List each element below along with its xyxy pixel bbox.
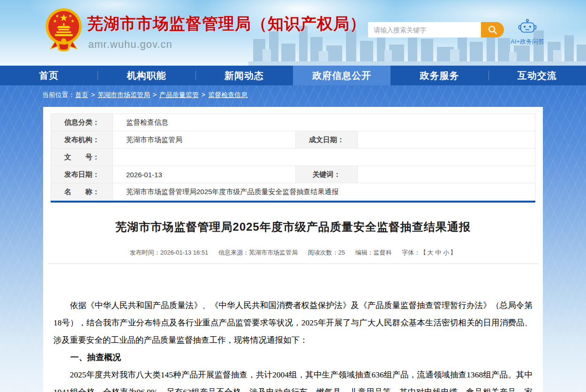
publish-time: 发布时间：2026-01-13 16:51 (130, 249, 209, 256)
doc-number-value (113, 149, 535, 166)
nav-item-functions[interactable]: 机构职能 (98, 66, 195, 85)
breadcrumb-separator: > (89, 91, 97, 98)
font-size-label: 字体： (402, 249, 420, 256)
search-input[interactable] (368, 22, 481, 38)
doc-number-label: 文 号： (51, 149, 113, 166)
document-info-table: 信息分类： 监督检查信息 发布机构： 芜湖市市场监管局 成文日期： 文 号： 发… (51, 113, 535, 201)
nav-label: 互动交流 (518, 69, 557, 82)
font-size-large-button[interactable]: 大 (427, 249, 433, 256)
table-bottom-rule (51, 201, 535, 203)
table-row: 发布机构： 芜湖市市场监管局 成文日期： (51, 131, 535, 149)
page-background: 当前位置：首页 > 芜湖市市场监管局 > 产品质量监管 > 监督检查信息 信息分… (0, 85, 586, 392)
nav-label: 政府信息公开 (312, 69, 371, 82)
table-row: 名 称： 芜湖市市场监督管理局2025年度市级产品质量安全监督抽查结果通报 (51, 183, 535, 201)
site-url: amr.wuhu.gov.cn (88, 38, 173, 51)
breadcrumb-separator: > (200, 91, 207, 98)
search-icon (488, 25, 498, 35)
written-date-label: 成文日期： (296, 131, 358, 149)
publish-org-label: 发布机构： (51, 131, 113, 149)
written-date-value (358, 131, 535, 149)
table-row: 发布日期： 2026-01-13 关键词： (51, 166, 535, 183)
ai-qa-entry[interactable]: AI+政务问答 (508, 19, 547, 46)
breadcrumb-link-home[interactable]: 首页 (75, 91, 88, 98)
publish-time-label: 发布时间： (130, 249, 160, 256)
info-class-label: 信息分类： (51, 114, 113, 131)
info-class-value: 监督检查信息 (113, 114, 535, 131)
doc-name-value: 芜湖市市场监督管理局2025年度市级产品质量安全监督抽查结果通报 (113, 183, 535, 201)
font-size-medium-button[interactable]: 中 (435, 249, 441, 256)
nav-item-home[interactable]: 首页 (0, 66, 98, 85)
ai-qa-label: AI+政务问答 (508, 38, 547, 46)
nav-label: 新闻动态 (225, 69, 264, 82)
breadcrumb: 当前位置：首页 > 芜湖市市场监管局 > 产品质量监管 > 监督检查信息 (0, 85, 586, 104)
article-paragraph: 依据《中华人民共和国产品质量法》、《中华人民共和国消费者权益保护法》及《产品质量… (53, 297, 533, 349)
editor: 编辑：监督科 (355, 249, 392, 256)
nav-label: 政务服务 (420, 69, 459, 82)
publish-date-label: 发布日期： (51, 166, 113, 183)
nav-label: 机构职能 (127, 69, 166, 82)
publish-date-value: 2026-01-13 (113, 166, 296, 183)
nav-item-services[interactable]: 政务服务 (391, 66, 488, 85)
info-source-label: 信息来源： (218, 249, 249, 256)
font-size-controls: 字体：【大中小】 (402, 249, 456, 256)
view-count-label: 阅读次数： (308, 249, 338, 256)
publish-time-value: 2026-01-13 16:51 (160, 249, 209, 256)
breadcrumb-link-inspection[interactable]: 监督检查信息 (208, 91, 248, 98)
article-section-heading: 一、抽查概况 (53, 349, 533, 366)
info-source: 信息来源：芜湖市市场监管局 (218, 249, 298, 256)
article-meta: 发布时间：2026-01-13 16:51 信息来源：芜湖市市场监管局 阅读次数… (43, 249, 543, 257)
keyword-value (358, 166, 535, 183)
font-bracket-open: 【 (420, 249, 426, 256)
nav-item-news[interactable]: 新闻动态 (195, 66, 293, 85)
robot-icon (518, 19, 537, 35)
article-title: 芜湖市市场监督管理局2025年度市级产品质量安全监督抽查结果通报 (62, 219, 524, 234)
font-size-small-button[interactable]: 小 (443, 249, 449, 256)
breadcrumb-link-quality[interactable]: 产品质量监管 (159, 91, 199, 98)
national-emblem-logo (45, 8, 83, 53)
view-count: 阅读次数：25 (308, 249, 345, 256)
article-body: 依据《中华人民共和国产品质量法》、《中华人民共和国消费者权益保护法》及《产品质量… (43, 264, 543, 392)
breadcrumb-prefix: 当前位置： (42, 91, 75, 98)
content-panel: 信息分类： 监督检查信息 发布机构： 芜湖市市场监管局 成文日期： 文 号： 发… (43, 107, 543, 392)
editor-value: 监督科 (374, 249, 392, 256)
article-paragraph: 2025年度共对我市八大类145种产品开展监督抽查，共计2004组，其中生产领域… (53, 366, 533, 392)
table-row: 信息分类： 监督检查信息 (51, 114, 535, 131)
breadcrumb-link-bureau[interactable]: 芜湖市市场监管局 (98, 91, 150, 98)
info-source-value: 芜湖市市场监管局 (249, 249, 298, 256)
nav-item-gov-info[interactable]: 政府信息公开 (293, 66, 391, 85)
nav-item-interaction[interactable]: 互动交流 (488, 66, 586, 85)
view-count-value: 25 (338, 249, 345, 256)
editor-label: 编辑： (355, 249, 374, 256)
table-row: 文 号： (51, 149, 535, 166)
publish-org-value: 芜湖市市场监管局 (113, 131, 296, 149)
font-bracket-close: 】 (450, 249, 456, 256)
nav-label: 首页 (39, 69, 59, 82)
doc-name-label: 名 称： (51, 183, 113, 201)
search-button[interactable] (481, 22, 504, 38)
search-bar (368, 22, 504, 38)
breadcrumb-separator: > (151, 91, 158, 98)
site-header: 芜湖市市场监督管理局（知识产权局） amr.wuhu.gov.cn AI+政务问… (0, 0, 586, 66)
main-nav: 首页 机构职能 新闻动态 政府信息公开 政务服务 互动交流 (0, 66, 586, 85)
keyword-label: 关键词： (296, 166, 358, 183)
site-title: 芜湖市市场监督管理局（知识产权局） (87, 13, 366, 35)
